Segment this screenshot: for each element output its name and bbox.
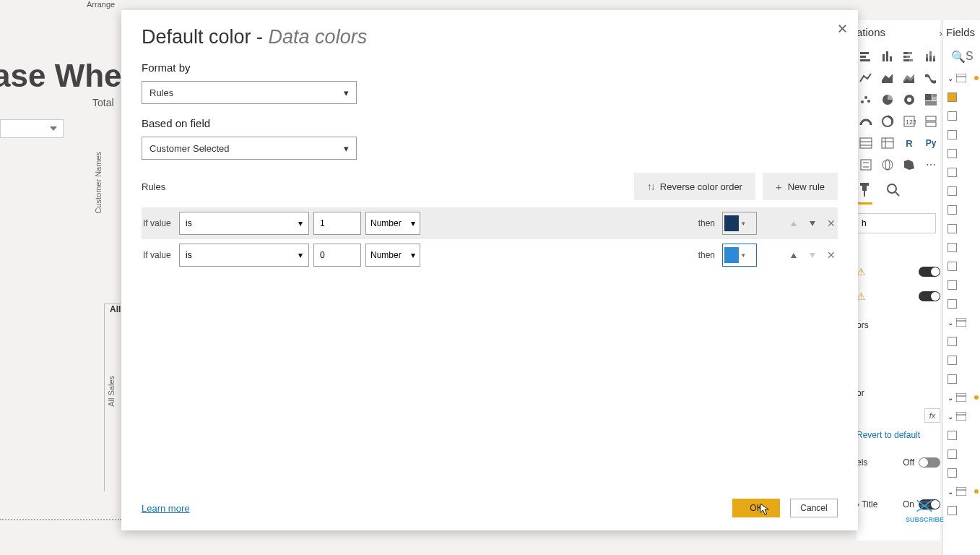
viz-kpi-icon[interactable]: 123 [900,112,919,131]
field-checkbox-row[interactable] [943,257,980,275]
fields-search-text: S [966,50,974,63]
slicer-dropdown[interactable] [0,119,64,138]
viz-stacked-column-icon[interactable] [922,47,940,66]
viz-donut-icon[interactable] [900,90,919,109]
field-checkbox-row[interactable] [943,463,980,482]
rule-color-picker[interactable]: ▾ [722,212,757,235]
fields-search[interactable]: 🔍 S [946,48,975,64]
format-item-warning-2[interactable]: ⚠ [857,284,940,309]
svg-rect-16 [933,56,935,59]
field-checkbox-row[interactable] [943,219,980,238]
viz-filled-map-icon[interactable] [900,155,919,174]
format-tab-icon[interactable] [857,183,872,205]
viz-slicer-icon[interactable] [857,155,875,174]
rule-value-input[interactable] [313,212,361,235]
viz-gauge-icon[interactable] [857,112,875,131]
format-by-dropdown[interactable]: Rules ▾ [142,81,357,104]
reverse-color-order-button[interactable]: ↑↓ Reverse color order [634,173,755,200]
format-data-labels[interactable]: els Off [857,450,940,475]
revert-to-default-link[interactable]: Revert to default [857,430,940,440]
viz-area-icon[interactable] [878,69,897,87]
viz-line-icon[interactable] [857,69,875,87]
field-checkbox-row[interactable] [943,501,980,520]
delete-rule-icon[interactable]: ✕ [826,218,836,228]
move-up-icon[interactable] [789,250,799,260]
viz-map-icon[interactable] [878,155,897,174]
field-checkbox-row[interactable] [943,275,980,294]
field-table-row[interactable]: ⌄ [943,69,980,87]
ribbon-arrange-tab[interactable]: Arrange [87,0,115,9]
chevron-down-icon: ▾ [344,87,349,98]
field-table-row[interactable]: ⌄ [943,388,980,407]
fx-button[interactable]: fx [924,408,940,423]
page-title-partial: ase Wher [0,58,134,94]
close-icon[interactable]: ✕ [835,22,849,36]
rule-type-dropdown[interactable]: Number▾ [365,244,420,267]
field-checkbox-row[interactable] [943,350,980,369]
checkbox-icon [948,111,957,121]
field-checkbox-row[interactable] [943,181,980,200]
chevron-down-icon: ▾ [344,143,349,154]
svg-rect-12 [926,54,928,58]
svg-point-47 [888,184,896,193]
rule-value-input[interactable] [313,244,361,267]
field-checkbox-row[interactable] [943,125,980,144]
viz-r-script-icon[interactable]: R [900,134,919,152]
move-down-icon[interactable] [807,218,818,228]
new-rule-button[interactable]: + New rule [763,173,838,200]
format-search-input[interactable]: h [857,213,936,233]
viz-card-icon[interactable] [878,112,897,131]
field-checkbox-row[interactable] [943,163,980,181]
toggle-switch[interactable] [919,457,940,468]
rule-operator-dropdown[interactable]: is▾ [179,244,309,267]
viz-stacked-area-icon[interactable] [900,69,919,87]
checkbox-icon [948,224,957,233]
toggle-switch[interactable] [919,291,940,301]
viz-table-icon[interactable] [857,134,875,152]
viz-scatter-icon[interactable] [857,90,875,109]
rule-operator-dropdown[interactable]: is▾ [179,212,309,235]
field-table-row[interactable]: ⌄ [943,407,980,426]
color-swatch [724,215,739,231]
chevron-down-icon: ▾ [411,218,415,228]
toggle-switch[interactable] [919,267,940,277]
cancel-button[interactable]: Cancel [790,499,838,517]
viz-matrix-icon[interactable] [878,134,897,152]
field-checkbox-row[interactable] [943,87,980,106]
field-checkbox-row[interactable] [943,144,980,163]
analytics-tab-icon[interactable] [885,183,901,205]
svg-point-23 [907,98,911,102]
viz-clustered-bar-icon[interactable] [857,47,875,66]
viz-treemap-icon[interactable] [922,90,940,109]
viz-ribbon-icon[interactable] [922,69,940,87]
field-checkbox-row[interactable] [943,332,980,350]
format-data-colors-expanded[interactable]: ors [857,313,940,337]
format-item-warning-1[interactable]: ⚠ [857,259,940,284]
dialog-title-prefix: Default color - [142,26,269,48]
based-on-value: Customer Selected [149,143,230,154]
learn-more-link[interactable]: Learn more [142,503,189,514]
svg-point-18 [861,100,864,103]
field-checkbox-row[interactable] [943,200,980,219]
field-checkbox-row[interactable] [943,426,980,444]
reverse-label: Reverse color order [660,181,742,192]
delete-rule-icon[interactable]: ✕ [826,250,836,260]
field-checkbox-row[interactable] [943,444,980,463]
based-on-field-dropdown[interactable]: Customer Selected ▾ [142,137,357,160]
viz-py-script-icon[interactable]: Py [922,134,940,152]
field-checkbox-row[interactable] [943,238,980,257]
rule-type-dropdown[interactable]: Number▾ [365,212,420,235]
field-table-row[interactable]: ⌄ [943,482,980,501]
ok-button[interactable]: OK [732,499,780,517]
viz-clustered-column-icon[interactable] [878,47,897,66]
viz-more-icon[interactable]: ⋯ [922,155,940,174]
field-checkbox-row[interactable] [943,294,980,313]
viz-stacked-bar-icon[interactable] [900,47,919,66]
ruler-guide [0,519,121,520]
rule-color-picker[interactable]: ▾ [722,244,757,267]
field-table-row[interactable]: ⌄ [943,313,980,332]
field-checkbox-row[interactable] [943,369,980,388]
viz-multirow-icon[interactable] [922,112,940,131]
viz-pie-icon[interactable] [878,90,897,109]
field-checkbox-row[interactable] [943,106,980,125]
